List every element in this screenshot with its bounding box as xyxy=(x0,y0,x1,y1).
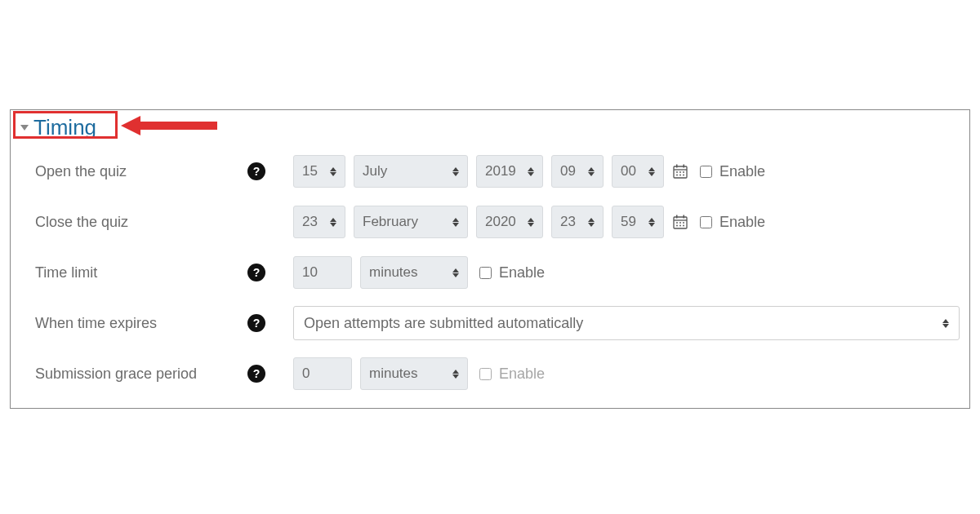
help-icon[interactable]: ? xyxy=(247,162,265,180)
open-enable-checkbox[interactable] xyxy=(700,166,712,178)
row-grace-period: Submission grace period ? 0 minutes Enab… xyxy=(35,354,960,393)
sort-icon xyxy=(588,218,595,227)
sort-icon xyxy=(588,167,595,176)
close-minute-select[interactable]: 59 xyxy=(612,206,664,238)
section-header[interactable]: Timing xyxy=(20,115,96,140)
sort-icon xyxy=(452,167,459,176)
expires-select[interactable]: Open attempts are submitted automaticall… xyxy=(293,306,960,340)
enable-label: Enable xyxy=(719,163,765,180)
grace-value-input[interactable]: 0 xyxy=(293,357,352,390)
sort-icon xyxy=(330,218,336,227)
open-month-select[interactable]: July xyxy=(354,155,468,188)
open-year-select[interactable]: 2019 xyxy=(476,155,543,188)
help-icon[interactable]: ? xyxy=(247,264,265,281)
sort-icon xyxy=(528,218,534,227)
svg-point-7 xyxy=(676,175,678,176)
timelimit-unit-value: minutes xyxy=(369,264,425,281)
timelimit-value-input[interactable]: 10 xyxy=(293,256,352,289)
label-open-quiz: Open the quiz xyxy=(35,163,247,180)
grace-value: 0 xyxy=(302,366,316,382)
svg-point-8 xyxy=(679,175,681,176)
open-month-value: July xyxy=(363,163,394,179)
svg-point-18 xyxy=(679,225,681,227)
svg-rect-2 xyxy=(676,165,678,168)
svg-point-16 xyxy=(683,222,684,224)
enable-label: Enable xyxy=(719,214,765,231)
open-minute-value: 00 xyxy=(621,163,643,179)
svg-point-15 xyxy=(679,222,681,224)
row-time-limit: Time limit ? 10 minutes Enable xyxy=(35,253,960,292)
timelimit-enable-checkbox[interactable] xyxy=(479,267,492,279)
close-hour-value: 23 xyxy=(560,214,582,230)
close-hour-select[interactable]: 23 xyxy=(551,206,604,238)
open-enable-toggle[interactable]: Enable xyxy=(697,163,765,180)
expires-value: Open attempts are submitted automaticall… xyxy=(304,315,583,332)
svg-point-4 xyxy=(676,171,678,173)
label-when-expires: When time expires xyxy=(35,315,247,332)
close-enable-checkbox[interactable] xyxy=(700,216,712,228)
row-when-expires: When time expires ? Open attempts are su… xyxy=(35,304,960,343)
close-minute-value: 59 xyxy=(621,214,643,230)
svg-rect-3 xyxy=(684,165,685,168)
grace-enable-toggle[interactable]: Enable xyxy=(476,366,545,383)
svg-point-9 xyxy=(683,175,684,176)
svg-point-14 xyxy=(676,222,678,224)
grace-enable-checkbox[interactable] xyxy=(479,368,492,380)
calendar-icon[interactable] xyxy=(672,214,688,230)
timelimit-unit-select[interactable]: minutes xyxy=(360,256,468,289)
sort-icon xyxy=(648,167,655,176)
close-year-select[interactable]: 2020 xyxy=(476,206,543,238)
svg-point-17 xyxy=(676,225,678,227)
svg-point-19 xyxy=(683,225,684,227)
sort-icon xyxy=(452,268,459,277)
sort-icon xyxy=(452,370,459,379)
timelimit-value: 10 xyxy=(302,264,324,281)
sort-icon xyxy=(648,218,655,227)
row-open-quiz: Open the quiz ? 15 July 2019 09 00 Enabl… xyxy=(35,152,960,191)
sort-icon xyxy=(528,167,534,176)
sort-icon xyxy=(942,319,949,328)
grace-unit-select[interactable]: minutes xyxy=(360,357,468,390)
section-title: Timing xyxy=(33,115,96,140)
close-year-value: 2020 xyxy=(485,214,523,230)
row-close-quiz: Close the quiz 23 February 2020 23 59 En… xyxy=(35,202,960,241)
grace-unit-value: minutes xyxy=(369,366,425,382)
close-day-select[interactable]: 23 xyxy=(293,206,345,238)
sort-icon xyxy=(330,167,336,176)
label-grace-period: Submission grace period xyxy=(35,366,247,383)
sort-icon xyxy=(452,218,459,227)
open-minute-select[interactable]: 00 xyxy=(612,155,664,188)
help-icon[interactable]: ? xyxy=(247,314,265,332)
svg-point-5 xyxy=(679,171,681,173)
open-year-value: 2019 xyxy=(485,163,523,179)
open-hour-value: 09 xyxy=(560,163,582,179)
label-close-quiz: Close the quiz xyxy=(35,214,247,231)
close-day-value: 23 xyxy=(302,214,324,230)
close-enable-toggle[interactable]: Enable xyxy=(697,214,765,231)
open-hour-select[interactable]: 09 xyxy=(551,155,604,188)
collapse-caret-icon xyxy=(20,125,29,131)
open-day-select[interactable]: 15 xyxy=(293,155,345,188)
calendar-icon[interactable] xyxy=(672,163,688,179)
timelimit-enable-toggle[interactable]: Enable xyxy=(476,264,545,281)
svg-rect-13 xyxy=(684,215,685,219)
open-day-value: 15 xyxy=(302,163,324,179)
svg-rect-12 xyxy=(676,215,678,219)
timing-panel: Timing Open the quiz ? 15 July 2019 09 0… xyxy=(10,109,970,409)
enable-label: Enable xyxy=(499,366,545,383)
form-grid: Open the quiz ? 15 July 2019 09 00 Enabl… xyxy=(35,152,960,393)
close-month-value: February xyxy=(363,214,425,230)
help-icon[interactable]: ? xyxy=(247,365,265,383)
label-time-limit: Time limit xyxy=(35,264,247,281)
close-month-select[interactable]: February xyxy=(354,206,468,238)
svg-point-6 xyxy=(683,171,684,173)
enable-label: Enable xyxy=(499,264,545,281)
